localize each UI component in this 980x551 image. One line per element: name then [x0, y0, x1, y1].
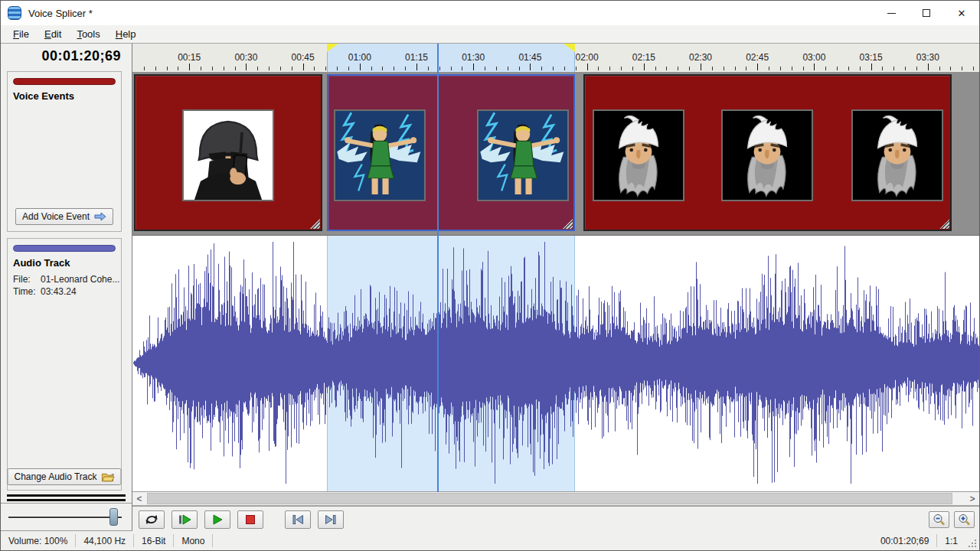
- waveform-canvas[interactable]: [132, 236, 979, 491]
- selection-start-flag[interactable]: [327, 44, 338, 52]
- ruler-tick: [598, 67, 599, 70]
- menu-edit[interactable]: Edit: [37, 25, 69, 43]
- scroll-right-icon: >: [969, 494, 975, 504]
- ruler-tick: [405, 67, 406, 70]
- ruler-tick: [939, 67, 940, 70]
- add-voice-event-button[interactable]: Add Voice Event: [15, 208, 113, 225]
- window-resize-grip[interactable]: [967, 538, 978, 549]
- arrow-right-icon: [94, 212, 106, 221]
- ruler-tick: [962, 67, 962, 70]
- ruler-tick: [485, 67, 485, 70]
- audio-time-label: Time:: [13, 286, 41, 297]
- ruler-tick: [337, 67, 338, 70]
- status-channels: Mono: [174, 534, 213, 547]
- scroll-right-button[interactable]: >: [965, 492, 979, 505]
- wizard-event[interactable]: [583, 74, 952, 231]
- menu-help[interactable]: Help: [108, 25, 144, 43]
- ruler-tick: [201, 67, 201, 70]
- zoom-in-button[interactable]: [954, 511, 975, 528]
- time-ruler[interactable]: 00:1500:3000:4501:0001:1501:3001:4502:00…: [132, 44, 979, 73]
- menu-file[interactable]: File: [5, 25, 37, 43]
- play-button[interactable]: [204, 510, 230, 529]
- ruler-tick: [848, 67, 849, 70]
- play-all-icon: [177, 514, 192, 525]
- audio-file-value: 01-Leonard Cohe...: [41, 274, 119, 285]
- menu-tools[interactable]: Tools: [69, 25, 107, 43]
- ruler-tick: [178, 67, 178, 70]
- minimize-button[interactable]: [874, 1, 909, 25]
- ruler-tick: [950, 67, 951, 70]
- maximize-button[interactable]: [909, 1, 944, 25]
- status-timecode: 00:01:20;69: [873, 534, 936, 547]
- voice-events-color-bar: [13, 78, 116, 85]
- skip-end-button[interactable]: [318, 510, 344, 529]
- police-officer-event[interactable]: [134, 74, 322, 231]
- scrollbar-thumb[interactable]: [147, 493, 952, 504]
- ruler-tick: [701, 64, 701, 70]
- ruler-tick: [416, 64, 417, 70]
- ruler-tick: [144, 67, 145, 70]
- ruler-tick: [621, 67, 622, 70]
- audio-time-row: Time: 03:43.24: [13, 286, 77, 297]
- police-officer-thumbnail: [182, 109, 274, 201]
- playhead-cursor[interactable]: [437, 44, 439, 492]
- loop-button[interactable]: [139, 510, 165, 529]
- ruler-time-label: 00:45: [292, 52, 315, 63]
- event-resize-grip[interactable]: [310, 219, 320, 229]
- voice-events-panel: Voice Events Add Voice Event: [7, 71, 122, 232]
- sidebar: 00:01:20;69 Voice Events Add Voice Event…: [1, 44, 132, 530]
- maximize-icon: [923, 9, 930, 17]
- ruler-time-label: 00:30: [234, 52, 257, 63]
- ruler-tick: [360, 64, 361, 70]
- play-all-button[interactable]: [172, 510, 198, 529]
- ruler-tick: [609, 67, 610, 70]
- skip-start-button[interactable]: [285, 510, 311, 529]
- ruler-tick: [576, 67, 577, 70]
- ruler-tick: [462, 67, 462, 70]
- minimize-icon: [887, 13, 896, 14]
- status-bit-depth: 16-Bit: [134, 534, 174, 547]
- ruler-tick: [189, 64, 190, 70]
- ruler-tick: [314, 67, 315, 70]
- ruler-time-label: 02:30: [689, 52, 712, 63]
- ruler-tick: [893, 67, 894, 70]
- ruler-tick: [280, 67, 281, 70]
- scroll-left-button[interactable]: <: [132, 492, 146, 505]
- ruler-time-label: 02:45: [746, 52, 769, 63]
- video-event-track[interactable]: [132, 73, 979, 236]
- sorceress-event[interactable]: [327, 74, 575, 231]
- close-button[interactable]: ✕: [944, 1, 979, 25]
- stop-button[interactable]: [237, 510, 263, 529]
- zoom-out-button[interactable]: [929, 511, 949, 528]
- ruler-tick: [928, 64, 929, 70]
- app-window: Voice Splicer * ✕ File Edit Tools Help 0…: [0, 0, 980, 551]
- ruler-tick: [905, 67, 906, 70]
- selection-end-flag[interactable]: [564, 44, 575, 52]
- sorceress-thumbnail: [334, 109, 426, 201]
- zoom-out-icon: [933, 514, 946, 526]
- status-zoom-ratio: 1:1: [936, 534, 965, 547]
- ruler-time-label: 03:15: [860, 52, 883, 63]
- horizontal-scrollbar[interactable]: < >: [132, 492, 979, 506]
- ruler-tick: [882, 67, 883, 70]
- app-logo-icon: [8, 6, 21, 20]
- ruler-tick: [473, 64, 474, 70]
- volume-slider-thumb[interactable]: [109, 508, 118, 526]
- audio-track-panel: Audio Track File: 01-Leonard Cohe... Tim…: [7, 238, 122, 491]
- scroll-left-icon: <: [136, 494, 142, 504]
- ruler-tick: [769, 67, 769, 70]
- ruler-tick: [724, 67, 724, 70]
- audio-track-title: Audio Track: [13, 257, 70, 269]
- ruler-tick: [155, 67, 156, 70]
- ruler-tick: [825, 67, 826, 70]
- event-resize-grip[interactable]: [563, 219, 573, 229]
- change-audio-track-button[interactable]: Change Audio Track: [7, 468, 121, 485]
- ruler-tick: [530, 64, 531, 70]
- event-resize-grip[interactable]: [939, 219, 949, 229]
- transport-bar: [132, 506, 979, 533]
- ruler-tick: [325, 67, 326, 70]
- audio-waveform-track[interactable]: [132, 236, 979, 492]
- volume-slider-track[interactable]: [8, 517, 122, 518]
- ruler-tick: [837, 67, 838, 70]
- ruler-tick: [508, 67, 508, 70]
